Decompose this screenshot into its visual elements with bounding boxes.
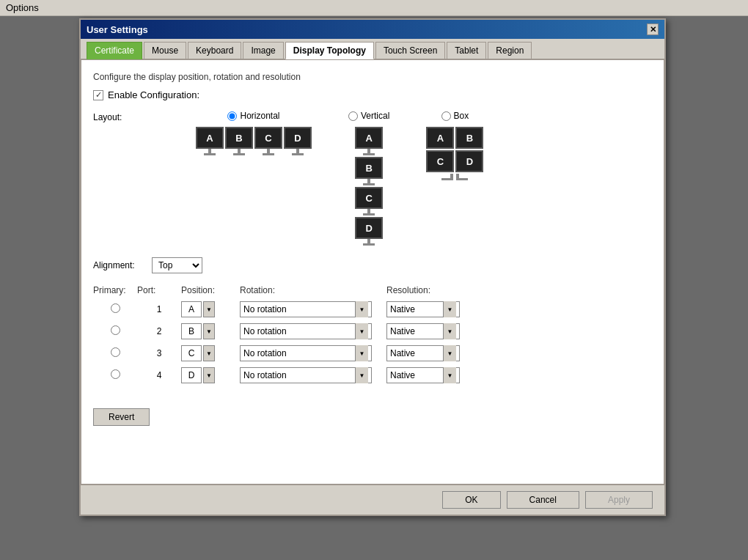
monitor-box-bD: D	[455, 150, 483, 172]
resolution-value-4: Native	[390, 370, 415, 380]
position-select-4: D ▼	[181, 367, 240, 383]
layout-vertical-group: Vertical A B C	[348, 111, 389, 246]
vertical-monitors: A B C D	[355, 127, 383, 246]
monitor-box-bA: A	[426, 127, 454, 149]
tab-keyboard[interactable]: Keyboard	[188, 42, 241, 59]
position-box-2: B	[181, 323, 202, 339]
tab-certificate[interactable]: Certificate	[87, 42, 142, 59]
resolution-select-4[interactable]: Native ▼	[386, 367, 460, 383]
header-port: Port:	[137, 285, 181, 295]
resolution-select-1[interactable]: Native ▼	[386, 301, 460, 317]
layout-box-option[interactable]: Box	[441, 111, 469, 121]
position-arrow-2[interactable]: ▼	[203, 323, 215, 339]
horizontal-label: Horizontal	[240, 111, 279, 121]
enable-checkbox[interactable]: ✓	[93, 90, 103, 100]
monitor-box-A: A	[196, 127, 224, 149]
vertical-radio[interactable]	[348, 111, 358, 121]
table-row: 4 D ▼ No rotation ▼ Native ▼	[93, 364, 652, 386]
box-label: Box	[454, 111, 469, 121]
layout-label: Layout:	[93, 111, 137, 122]
layout-horizontal-option[interactable]: Horizontal	[227, 111, 279, 121]
position-arrow-4[interactable]: ▼	[203, 367, 215, 383]
rotation-arrow-1[interactable]: ▼	[355, 301, 368, 317]
tab-image[interactable]: Image	[243, 42, 283, 59]
rotation-value-4: No rotation	[243, 370, 287, 380]
enable-label: Enable Configuration:	[108, 89, 199, 100]
rotation-value-2: No rotation	[243, 326, 287, 336]
resolution-value-3: Native	[390, 348, 415, 358]
ok-button[interactable]: OK	[442, 491, 500, 509]
monitor-box-C: C	[254, 127, 282, 149]
rotation-select-4[interactable]: No rotation ▼	[240, 367, 372, 383]
resolution-arrow-4[interactable]: ▼	[443, 367, 456, 383]
position-arrow-3[interactable]: ▼	[203, 345, 215, 361]
vertical-label: Vertical	[361, 111, 389, 121]
close-button[interactable]: ✕	[647, 23, 659, 35]
header-rotation: Rotation:	[240, 285, 386, 295]
position-arrow-1[interactable]: ▼	[203, 301, 215, 317]
tab-mouse[interactable]: Mouse	[144, 42, 186, 59]
primary-radio-3[interactable]	[111, 347, 120, 357]
resolution-arrow-3[interactable]: ▼	[443, 345, 456, 361]
resolution-arrow-1[interactable]: ▼	[443, 301, 456, 317]
table-section: Primary: Port: Position: Rotation: Resol…	[93, 285, 652, 386]
rotation-arrow-4[interactable]: ▼	[355, 367, 368, 383]
revert-button[interactable]: Revert	[93, 408, 150, 426]
table-header: Primary: Port: Position: Rotation: Resol…	[93, 285, 652, 298]
main-content: Configure the display position, rotation…	[81, 59, 664, 485]
resolution-value-1: Native	[390, 304, 415, 314]
resolution-value-2: Native	[390, 326, 415, 336]
monitor-v-C: C	[355, 187, 383, 215]
port-4: 4	[157, 370, 162, 380]
tab-tablet[interactable]: Tablet	[447, 42, 486, 59]
cancel-button[interactable]: Cancel	[507, 491, 579, 509]
dialog-title: User Settings	[87, 24, 148, 35]
rotation-arrow-2[interactable]: ▼	[355, 323, 368, 339]
rotation-arrow-3[interactable]: ▼	[355, 345, 368, 361]
port-2: 2	[157, 326, 162, 336]
box-monitors: A B C D	[426, 127, 483, 172]
position-box-1: A	[181, 301, 202, 317]
revert-area: Revert	[93, 408, 652, 426]
resolution-select-3[interactable]: Native ▼	[386, 345, 460, 361]
primary-radio-2[interactable]	[111, 325, 120, 335]
monitor-box-vB: B	[355, 157, 383, 179]
layout-vertical-option[interactable]: Vertical	[348, 111, 389, 121]
tab-region[interactable]: Region	[488, 42, 532, 59]
monitor-C: C	[254, 127, 282, 155]
monitor-D: D	[284, 127, 312, 155]
monitor-box-bB: B	[455, 127, 483, 149]
alignment-label: Alignment:	[93, 260, 144, 270]
resolution-select-2[interactable]: Native ▼	[386, 323, 460, 339]
horizontal-radio[interactable]	[227, 111, 237, 121]
position-box-4: D	[181, 367, 202, 383]
primary-radio-4[interactable]	[111, 369, 120, 379]
enable-row: ✓ Enable Configuration:	[93, 89, 652, 100]
rotation-select-3[interactable]: No rotation ▼	[240, 345, 372, 361]
monitor-box-D: D	[284, 127, 312, 149]
port-1: 1	[157, 304, 162, 314]
menu-bar[interactable]: Options	[0, 0, 748, 16]
table-row: 1 A ▼ No rotation ▼ Native ▼	[93, 298, 652, 320]
tab-display-topology[interactable]: Display Topology	[285, 42, 374, 59]
layout-horizontal-group: Horizontal A B C	[196, 111, 312, 155]
rotation-value-1: No rotation	[243, 304, 287, 314]
monitor-v-D: D	[355, 217, 383, 246]
dialog-footer: OK Cancel Apply	[81, 485, 664, 515]
rotation-select-2[interactable]: No rotation ▼	[240, 323, 372, 339]
layout-row: Layout: Horizontal A B	[93, 111, 652, 246]
box-radio[interactable]	[441, 111, 451, 121]
options-menu[interactable]: Options	[6, 2, 39, 13]
apply-button[interactable]: Apply	[585, 491, 653, 509]
alignment-select[interactable]: Top Center Bottom	[152, 257, 202, 273]
port-3: 3	[157, 348, 162, 358]
tab-touch-screen[interactable]: Touch Screen	[375, 42, 445, 59]
rotation-select-1[interactable]: No rotation ▼	[240, 301, 372, 317]
resolution-arrow-2[interactable]: ▼	[443, 323, 456, 339]
primary-radio-1[interactable]	[111, 303, 120, 313]
alignment-row: Alignment: Top Center Bottom	[93, 257, 652, 273]
monitor-box-vC: C	[355, 187, 383, 209]
tabs-bar: Certificate Mouse Keyboard Image Display…	[81, 39, 664, 59]
layout-box-group: Box A B C D	[426, 111, 483, 180]
monitor-box-bC: C	[426, 150, 454, 172]
